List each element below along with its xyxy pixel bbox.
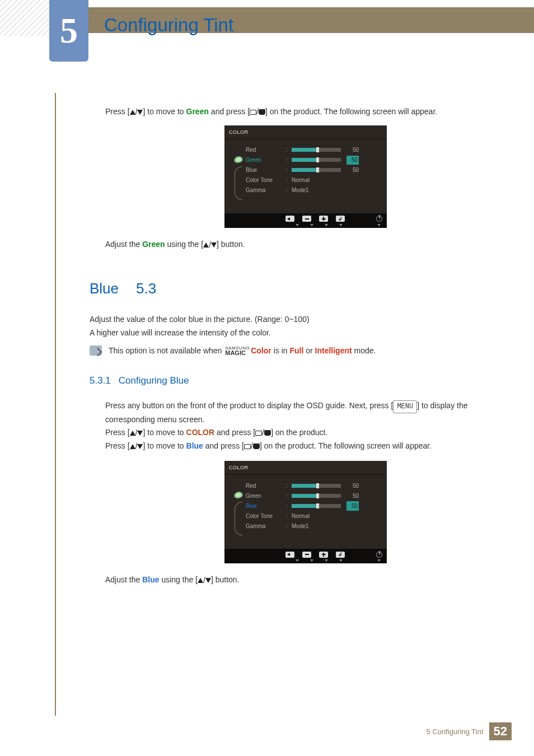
- osd-power-icon: [376, 552, 382, 558]
- osd-footer: [224, 549, 387, 560]
- side-rule: [55, 93, 56, 716]
- blue-step-2: Press [/] to move to COLOR and press [/]…: [105, 426, 506, 440]
- osd-plus-icon: [319, 216, 328, 222]
- enter-icon: [259, 109, 265, 115]
- corner-hatching: [0, 0, 50, 36]
- blue-step-1: Press any button on the front of the pro…: [105, 399, 506, 426]
- enter-icon: [253, 444, 260, 449]
- palette-icon: [233, 491, 243, 500]
- slider-red: [292, 484, 341, 488]
- osd-title: COLOR: [224, 125, 387, 139]
- osd-arc: [235, 166, 242, 200]
- blue-step-3: Press [/] to move to Blue and press [/] …: [105, 440, 506, 453]
- palette-icon: [233, 155, 243, 164]
- menu-icon: [244, 444, 251, 449]
- osd-row-green: Green: 50: [246, 155, 380, 165]
- slider-blue: [292, 168, 341, 172]
- intelligent-highlight: Intelligent: [315, 346, 352, 355]
- up-down-icon: /: [203, 239, 217, 251]
- green-highlight: Green: [142, 240, 165, 249]
- osd-back-icon: [285, 552, 294, 558]
- note-row: This option is not available when SAMSUN…: [90, 344, 506, 358]
- section-number: 5.3: [136, 280, 156, 297]
- osd-power-icon: [376, 216, 382, 222]
- osd-enter-icon: [336, 216, 345, 222]
- osd-back-icon: [285, 216, 294, 222]
- page-footer: 5 Configuring Tint 52: [427, 722, 512, 740]
- note-text: This option is not available when SAMSUN…: [109, 344, 376, 358]
- samsung-magic-logo: SAMSUNGMAGIC: [225, 347, 250, 356]
- osd-arc: [235, 502, 242, 535]
- osd-row-colortone: Color Tone: Normal: [246, 175, 380, 185]
- slider-green: [292, 494, 341, 498]
- osd-row-red: Red: 50: [246, 480, 380, 491]
- osd-footer: [224, 213, 387, 225]
- osd-screenshot-green: COLOR Red: 50 Green: 50 Blue:: [224, 125, 387, 227]
- blue-highlight: Blue: [186, 441, 203, 450]
- note-icon: [90, 346, 102, 356]
- osd-minus-icon: [302, 552, 311, 558]
- menu-icon: [250, 110, 256, 115]
- color-highlight: Color: [251, 346, 271, 355]
- up-down-icon: /: [198, 574, 211, 587]
- footer-title: 5 Configuring Tint: [427, 727, 484, 736]
- slider-green: [292, 158, 341, 162]
- up-down-icon: /: [130, 427, 143, 440]
- green-highlight: Green: [186, 107, 209, 116]
- enter-icon: [264, 430, 271, 436]
- osd-row-gamma: Gamma: Mode1: [246, 185, 380, 195]
- page-number: 52: [489, 722, 512, 740]
- menu-icon: [255, 431, 262, 436]
- chapter-title: Configuring Tint: [104, 15, 233, 36]
- slider-blue: [292, 504, 341, 508]
- osd-enter-icon: [336, 552, 345, 558]
- color-highlight: COLOR: [186, 428, 215, 437]
- slider-red: [292, 148, 341, 152]
- up-down-icon: /: [130, 440, 143, 454]
- chapter-number: 5: [60, 10, 78, 52]
- subsection-title: 5.3.1Configuring Blue: [90, 373, 506, 389]
- osd-row-green: Green: 50: [246, 491, 380, 501]
- osd-plus-icon: [319, 552, 328, 558]
- osd-screenshot-blue: COLOR Red: 50 Green: 50: [224, 461, 387, 563]
- osd-row-blue: Blue: 50: [246, 165, 380, 175]
- osd-row-blue: Blue: 50: [246, 501, 380, 511]
- osd-title: COLOR: [224, 461, 387, 475]
- instruction-adjust-blue: Adjust the Blue using the [/] button.: [105, 573, 506, 587]
- osd-row-colortone: Color Tone: Normal: [246, 511, 380, 521]
- blue-highlight: Blue: [142, 575, 159, 584]
- chapter-number-box: 5: [49, 0, 88, 62]
- blue-desc-2: A higher value will increase the intensi…: [90, 326, 506, 340]
- instruction-green-step: Press [/] to move to Green and press [/]…: [105, 105, 506, 118]
- full-highlight: Full: [289, 346, 303, 355]
- osd-row-gamma: Gamma: Mode1: [246, 521, 380, 531]
- blue-desc-1: Adjust the value of the color blue in th…: [90, 313, 506, 326]
- menu-key: MENU: [393, 400, 417, 413]
- up-down-icon: /: [130, 106, 143, 118]
- instruction-adjust-green: Adjust the Green using the [/] button.: [105, 238, 506, 250]
- osd-row-red: Red: 50: [246, 145, 380, 155]
- osd-minus-icon: [302, 216, 311, 222]
